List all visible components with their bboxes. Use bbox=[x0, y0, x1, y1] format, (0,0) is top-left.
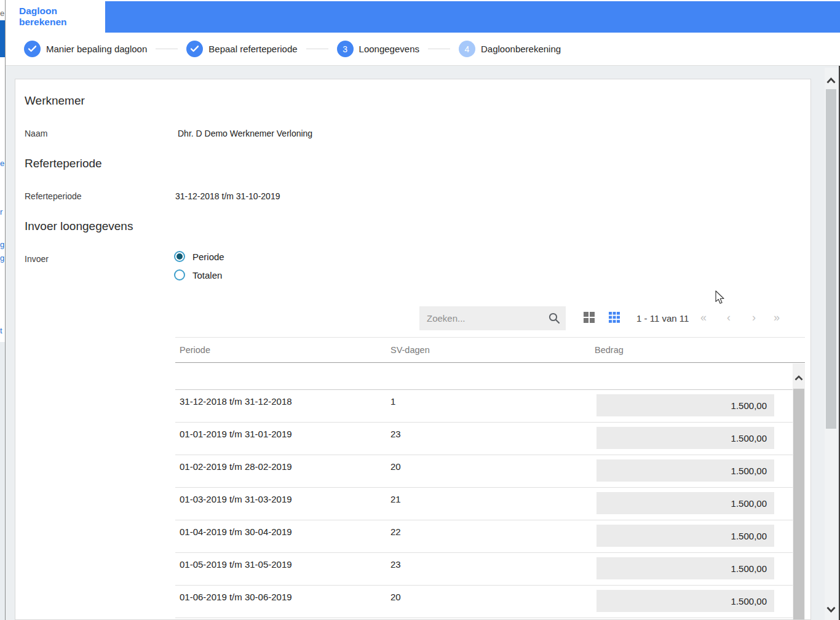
background-text-fragment: g bbox=[0, 240, 4, 249]
background-text-fragment: e bbox=[0, 9, 4, 18]
background-text-fragment: t bbox=[0, 326, 2, 335]
table-body: 31-12-2018 t/m 31-12-2018 1 1.500,00 01-… bbox=[175, 390, 805, 618]
step-completed-check-icon bbox=[186, 41, 203, 57]
step-dagloonberekening[interactable]: 4 Dagloonberekening bbox=[459, 41, 561, 57]
background-window-strip: e e r g g t bbox=[0, 0, 5, 620]
pagination-last-button[interactable]: » bbox=[774, 311, 780, 324]
step-connector bbox=[156, 49, 178, 49]
background-nav-highlight bbox=[0, 20, 5, 57]
table-row: 01-02-2019 t/m 28-02-2019 20 1.500,00 bbox=[175, 455, 805, 488]
cell-sv-dagen: 23 bbox=[390, 429, 401, 439]
radio-periode-label: Periode bbox=[192, 252, 224, 262]
radio-unselected-icon bbox=[174, 269, 185, 280]
step-label: Dagloonberekening bbox=[481, 44, 561, 54]
cell-sv-dagen: 23 bbox=[390, 559, 401, 570]
pagination-first-button[interactable]: « bbox=[700, 311, 707, 324]
background-text-fragment: g bbox=[0, 253, 4, 263]
column-header-bedrag[interactable]: Bedrag bbox=[595, 345, 624, 355]
main-scrollbar[interactable] bbox=[825, 68, 838, 620]
table-row: 31-12-2018 t/m 31-12-2018 1 1.500,00 bbox=[175, 390, 805, 423]
referteperiode-value: 31-12-2018 t/m 31-10-2019 bbox=[175, 191, 280, 201]
cell-sv-dagen: 20 bbox=[390, 461, 401, 472]
step-connector bbox=[306, 49, 328, 49]
cell-sv-dagen: 1 bbox=[390, 396, 395, 407]
bedrag-value: 1.500,00 bbox=[731, 596, 767, 606]
column-header-periode[interactable]: Periode bbox=[180, 345, 210, 355]
bedrag-value: 1.500,00 bbox=[731, 531, 767, 541]
bedrag-input[interactable]: 1.500,00 bbox=[596, 492, 774, 514]
table-scrollbar[interactable] bbox=[793, 364, 805, 620]
cell-sv-dagen: 21 bbox=[390, 494, 401, 504]
step-connector bbox=[428, 49, 450, 49]
bedrag-value: 1.500,00 bbox=[731, 466, 767, 476]
bedrag-input[interactable]: 1.500,00 bbox=[596, 525, 774, 547]
radio-totalen-label: Totalen bbox=[192, 270, 222, 280]
search-box bbox=[419, 306, 566, 330]
cell-periode: 01-06-2019 t/m 30-06-2019 bbox=[180, 592, 292, 602]
step-label: Loongegevens bbox=[359, 44, 419, 54]
loongegevens-table: Periode SV-dagen Bedrag 31-12-2018 t/m 3… bbox=[175, 337, 805, 620]
bedrag-value: 1.500,00 bbox=[731, 498, 767, 509]
bedrag-input[interactable]: 1.500,00 bbox=[596, 459, 774, 482]
card-view-icon[interactable] bbox=[584, 312, 595, 323]
table-filter-row bbox=[175, 363, 805, 390]
table-scroll-up-icon[interactable] bbox=[794, 372, 803, 383]
column-header-sv-dagen[interactable]: SV-dagen bbox=[390, 345, 430, 355]
invoer-label: Invoer bbox=[25, 254, 49, 264]
screen: e e r g g t Dagloon berekenen Manier bep… bbox=[0, 0, 840, 620]
dagloon-berekenen-dialog: Dagloon berekenen Manier bepaling dagloo… bbox=[5, 0, 840, 620]
wizard-stepper: Manier bepaling dagloon Bepaal refertepe… bbox=[6, 33, 840, 66]
main-scroll-up-icon[interactable] bbox=[826, 75, 836, 86]
table-scrollbar-thumb[interactable] bbox=[793, 389, 804, 620]
table-header: Periode SV-dagen Bedrag bbox=[175, 338, 805, 363]
bedrag-input[interactable]: 1.500,00 bbox=[596, 427, 774, 449]
cell-periode: 01-01-2019 t/m 31-01-2019 bbox=[180, 429, 292, 439]
form-card: Werknemer Naam Dhr. D Demo Werknemer Ver… bbox=[15, 79, 811, 620]
tab-dagloon-berekenen[interactable]: Dagloon berekenen bbox=[6, 0, 105, 33]
cell-periode: 31-12-2018 t/m 31-12-2018 bbox=[180, 396, 292, 407]
content-area: Werknemer Naam Dhr. D Demo Werknemer Ver… bbox=[6, 66, 840, 620]
table-row: 01-06-2019 t/m 30-06-2019 20 1.500,00 bbox=[175, 586, 805, 618]
section-invoer-loongegevens-title: Invoer loongegevens bbox=[25, 220, 133, 233]
bedrag-input[interactable]: 1.500,00 bbox=[596, 590, 774, 612]
bedrag-input[interactable]: 1.500,00 bbox=[596, 557, 774, 579]
radio-periode[interactable]: Periode bbox=[174, 251, 224, 262]
step-bepaal-referteperiode[interactable]: Bepaal referteperiode bbox=[186, 41, 297, 57]
cell-sv-dagen: 20 bbox=[390, 592, 401, 602]
pagination-prev-button[interactable]: ‹ bbox=[727, 311, 731, 324]
main-scroll-down-icon[interactable] bbox=[826, 604, 836, 615]
step-number-badge: 4 bbox=[459, 41, 475, 57]
search-icon[interactable] bbox=[549, 312, 560, 327]
step-label: Bepaal referteperiode bbox=[208, 44, 297, 54]
bedrag-value: 1.500,00 bbox=[731, 563, 767, 574]
cell-periode: 01-05-2019 t/m 31-05-2019 bbox=[180, 559, 292, 570]
referteperiode-label: Referteperiode bbox=[25, 191, 82, 201]
step-loongegevens[interactable]: 3 Loongegevens bbox=[337, 41, 419, 57]
radio-selected-icon bbox=[174, 251, 185, 262]
search-input[interactable] bbox=[419, 306, 547, 330]
step-manier-bepaling-dagloon[interactable]: Manier bepaling dagloon bbox=[24, 41, 147, 57]
naam-label: Naam bbox=[25, 129, 47, 138]
radio-totalen[interactable]: Totalen bbox=[174, 269, 222, 280]
bedrag-value: 1.500,00 bbox=[731, 400, 767, 411]
bedrag-input[interactable]: 1.500,00 bbox=[596, 394, 774, 416]
background-text-fragment: e bbox=[0, 159, 4, 168]
cell-periode: 01-04-2019 t/m 30-04-2019 bbox=[180, 527, 292, 537]
tab-label: Dagloon berekenen bbox=[19, 6, 105, 28]
step-label: Manier bepaling dagloon bbox=[46, 44, 147, 54]
cell-sv-dagen: 22 bbox=[390, 527, 401, 537]
background-text-fragment: r bbox=[0, 207, 2, 217]
tab-bar: Dagloon berekenen bbox=[6, 0, 840, 33]
pagination-next-button[interactable]: › bbox=[752, 311, 756, 324]
section-referteperiode-title: Referteperiode bbox=[25, 157, 102, 170]
step-number-badge: 3 bbox=[337, 41, 354, 57]
table-view-icon[interactable] bbox=[609, 312, 620, 323]
bedrag-value: 1.500,00 bbox=[731, 433, 767, 443]
background-strip-lower bbox=[0, 342, 5, 620]
table-row: 01-04-2019 t/m 30-04-2019 22 1.500,00 bbox=[175, 520, 805, 553]
section-werknemer-title: Werknemer bbox=[25, 94, 85, 108]
table-row: 01-01-2019 t/m 31-01-2019 23 1.500,00 bbox=[175, 423, 805, 455]
main-scrollbar-thumb[interactable] bbox=[826, 89, 836, 429]
table-row: 01-05-2019 t/m 31-05-2019 23 1.500,00 bbox=[175, 553, 805, 586]
cell-periode: 01-02-2019 t/m 28-02-2019 bbox=[180, 461, 292, 472]
